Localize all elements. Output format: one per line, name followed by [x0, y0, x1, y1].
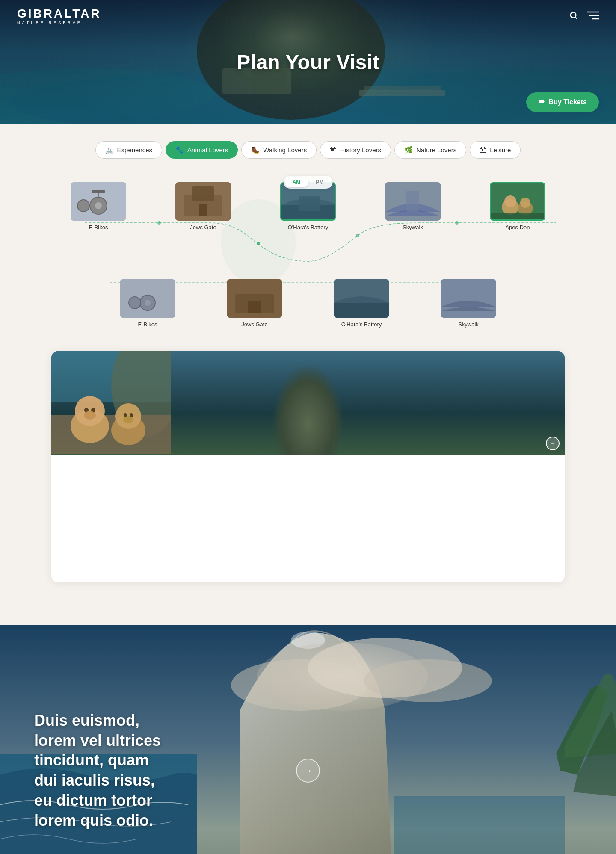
ticket-icon: [538, 99, 545, 106]
jews-gate-img-content: [175, 182, 231, 221]
timeline-top-row: E-Bikes Jews Gate: [60, 182, 556, 230]
svg-rect-23: [92, 190, 105, 193]
category-tabs: 🚲 Experiences 🐾 Animal Lovers 🥾 Walking …: [51, 141, 565, 159]
timeline-item-ohara-top[interactable]: O'Hara's Battery: [278, 182, 338, 230]
tab-walking-lovers-label: Walking Lovers: [263, 146, 307, 154]
svg-point-0: [571, 12, 576, 18]
svg-rect-48: [334, 303, 389, 318]
brand-name: GIBRALTAR: [17, 8, 101, 20]
skywalk-label-top: Skywalk: [403, 224, 423, 230]
svg-point-43: [129, 297, 141, 309]
svg-point-15: [257, 242, 260, 245]
search-button[interactable]: [569, 11, 578, 22]
ampm-toggle: AM PM: [284, 176, 333, 189]
logo: GIBRALTAR NATURE RESERVE: [17, 8, 101, 25]
tab-nature-lovers-label: Nature Lovers: [416, 146, 456, 154]
tab-leisure-label: Leisure: [490, 146, 511, 154]
tab-history-lovers-label: History Lovers: [340, 146, 381, 154]
svg-rect-49: [441, 279, 496, 318]
svg-point-57: [84, 411, 96, 420]
banner-text: Duis euismod, lorem vel ultrices tincidu…: [34, 710, 171, 830]
tab-history-lovers[interactable]: 🏛 History Lovers: [320, 141, 391, 159]
buy-tickets-label: Buy Tickets: [548, 98, 587, 106]
svg-point-42: [145, 300, 151, 306]
ohara-img-content: [281, 183, 336, 221]
pm-button[interactable]: PM: [308, 177, 331, 187]
navbar: GIBRALTAR NATURE RESERVE: [0, 0, 616, 33]
svg-point-24: [77, 200, 89, 212]
apes-den-image-top: [490, 182, 545, 221]
ebike-label-top: E-Bikes: [89, 224, 108, 230]
tab-leisure[interactable]: ⛱ Leisure: [470, 141, 521, 159]
menu-button[interactable]: [587, 11, 599, 22]
hero-title: Plan Your Visit: [237, 50, 379, 74]
bottom-banner: Duis euismod, lorem vel ultrices tincidu…: [0, 625, 616, 854]
svg-point-21: [95, 202, 102, 209]
timeline-item-skywalk-top[interactable]: Skywalk: [383, 182, 443, 230]
ohara-label-bottom: O'Hara's Battery: [341, 321, 382, 328]
svg-rect-52: [51, 415, 171, 454]
detail-image: →: [51, 351, 565, 455]
ebike-image-top: [71, 182, 126, 221]
next-arrow-icon: →: [303, 765, 313, 776]
skywalk-image-bottom: [441, 279, 496, 318]
ohara-image-bottom: [334, 279, 389, 318]
experiences-icon: 🚲: [105, 146, 114, 154]
svg-point-36: [504, 195, 516, 207]
detail-card: → Apes Den From majestic mountain ranges…: [51, 351, 565, 582]
svg-rect-46: [248, 301, 261, 313]
tab-experiences[interactable]: 🚲 Experiences: [95, 141, 163, 159]
ebike-label-bottom: E-Bikes: [138, 321, 157, 328]
svg-line-1: [575, 17, 577, 19]
tab-experiences-label: Experiences: [117, 146, 153, 154]
timeline-item-ebike-bottom[interactable]: E-Bikes: [118, 279, 178, 328]
banner-next-button[interactable]: →: [296, 759, 320, 783]
apes-den-img-content: [491, 183, 545, 221]
history-icon: 🏛: [330, 146, 337, 154]
detail-nav-button[interactable]: →: [546, 437, 560, 450]
buy-tickets-button[interactable]: Buy Tickets: [526, 92, 599, 112]
svg-rect-33: [406, 191, 419, 212]
apes-den-label-top: Apes Den: [505, 224, 530, 230]
svg-rect-75: [394, 796, 565, 854]
tab-nature-lovers[interactable]: 🌿 Nature Lovers: [394, 141, 466, 159]
timeline-item-jews-gate-bottom[interactable]: Jews Gate: [225, 279, 284, 328]
timeline-item-skywalk-bottom[interactable]: Skywalk: [438, 279, 498, 328]
jews-gate-label-bottom: Jews Gate: [241, 321, 267, 328]
timeline-item-apes-den-top[interactable]: Apes Den: [488, 182, 548, 230]
ebike-img-content: [71, 182, 126, 221]
tab-animal-lovers-label: Animal Lovers: [187, 146, 228, 154]
skywalk-bottom-img: [441, 279, 496, 318]
am-button[interactable]: AM: [285, 177, 308, 187]
timeline-item-jews-gate-top[interactable]: Jews Gate: [173, 182, 233, 230]
svg-rect-31: [299, 196, 320, 211]
jews-gate-image-top: [175, 182, 231, 221]
svg-rect-28: [199, 204, 207, 216]
jews-gate-label-top: Jews Gate: [190, 224, 216, 230]
nature-icon: 🌿: [404, 146, 413, 154]
timeline-bottom-row: E-Bikes Jews Gate: [60, 279, 556, 328]
timeline-wave: E-Bikes Jews Gate: [60, 176, 556, 330]
brand-subtitle: NATURE RESERVE: [17, 21, 101, 25]
tab-animal-lovers[interactable]: 🐾 Animal Lovers: [166, 141, 238, 159]
ohara-label-top: O'Hara's Battery: [288, 224, 329, 230]
svg-rect-39: [491, 213, 545, 221]
skywalk-label-bottom: Skywalk: [458, 321, 479, 328]
animal-icon: 🐾: [175, 146, 184, 154]
timeline-item-ebike-top[interactable]: E-Bikes: [68, 182, 128, 230]
leisure-icon: ⛱: [480, 146, 486, 154]
ohara-bottom-img: [334, 279, 389, 318]
tab-walking-lovers[interactable]: 🥾 Walking Lovers: [241, 141, 317, 159]
main-content: 🚲 Experiences 🐾 Animal Lovers 🥾 Walking …: [0, 124, 616, 600]
walking-icon: 🥾: [251, 146, 260, 154]
svg-point-69: [364, 659, 492, 702]
svg-rect-27: [192, 186, 214, 201]
ebike-image-bottom: [120, 279, 175, 318]
ebike-bottom-img: [120, 279, 175, 318]
timeline-item-ohara-bottom[interactable]: O'Hara's Battery: [332, 279, 391, 328]
svg-point-38: [520, 198, 530, 208]
detail-monkey-svg: [51, 351, 171, 454]
svg-point-16: [356, 234, 359, 237]
timeline-section: AM PM: [51, 176, 565, 330]
jews-gate-bottom-img: [227, 279, 282, 318]
